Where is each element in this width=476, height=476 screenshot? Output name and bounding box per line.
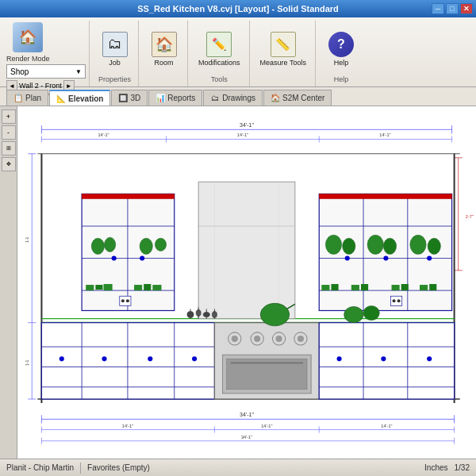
favorites-label: Favorites (Empty)	[87, 463, 150, 472]
left-sidebar: + - ⊞ ✥	[0, 106, 17, 459]
help-button[interactable]: ? Help	[324, 27, 358, 71]
svg-rect-62	[331, 284, 338, 290]
svg-point-54	[427, 256, 432, 261]
svg-point-91	[254, 336, 260, 342]
svg-point-59	[410, 235, 426, 254]
tab-plan[interactable]: 📋 Plan	[6, 90, 48, 106]
svg-point-60	[428, 238, 440, 254]
svg-text:1-1: 1-1	[25, 360, 29, 367]
user-label: Planit - Chip Martin	[6, 463, 74, 472]
svg-text:1-1: 1-1	[25, 236, 29, 243]
svg-text:14'-1": 14'-1"	[122, 424, 133, 428]
svg-point-117	[212, 312, 217, 318]
svg-point-118	[344, 306, 363, 322]
help-group-label: Help	[334, 75, 349, 85]
tab-drawings[interactable]: 🗂 Drawings	[203, 90, 263, 106]
measure-tools-button[interactable]: 📏 Measure Tools	[256, 27, 310, 71]
canvas-area[interactable]: 34'-1" 14'-1" 14'-1" 14'-1" 2-7"	[17, 106, 476, 459]
svg-point-107	[427, 356, 432, 361]
plan-icon: 📋	[13, 94, 23, 103]
svg-point-53	[383, 256, 388, 261]
room-button[interactable]: 🏠 Room	[148, 27, 181, 71]
job-button[interactable]: 🗂 Job	[98, 27, 132, 71]
modifications-button[interactable]: ✏️ Modifications	[194, 27, 244, 71]
svg-point-84	[102, 356, 106, 361]
render-mode-label[interactable]: Render Mode	[6, 55, 50, 63]
svg-text:34'-1": 34'-1"	[240, 412, 255, 418]
tools-label: Tools	[211, 75, 228, 85]
svg-point-83	[60, 356, 64, 361]
svg-point-106	[381, 356, 386, 361]
room-group: 🏠 Room x	[140, 21, 188, 86]
svg-point-58	[383, 238, 396, 254]
svg-point-35	[155, 238, 166, 251]
tab-bar: 📋 Plan 📐 Elevation 🔲 3D 📊 Reports 🗂 Draw…	[0, 87, 476, 106]
svg-point-115	[196, 309, 201, 316]
scale-label: 1/32	[455, 463, 470, 472]
elevation-drawing: 34'-1" 14'-1" 14'-1" 14'-1" 2-7"	[17, 106, 476, 459]
title-bar: SS_Red Kitchen V8.cvj [Layout] - Solid S…	[0, 0, 476, 17]
svg-text:34'-1": 34'-1"	[240, 122, 255, 129]
svg-text:14'-1": 14'-1"	[381, 424, 392, 428]
measure-tools-group: 📏 Measure Tools x	[251, 21, 316, 86]
svg-point-33	[105, 237, 116, 251]
tab-elevation[interactable]: 📐 Elevation	[49, 90, 110, 106]
svg-point-71	[397, 299, 401, 302]
svg-rect-66	[401, 284, 409, 290]
svg-rect-76	[41, 323, 214, 399]
s2m-icon: 🏠	[271, 94, 280, 103]
ribbon: 🏠 Render Mode Shop ▼ ◄ Wall 2 - Front ► …	[0, 17, 476, 87]
title-text: SS_Red Kitchen V8.cvj [Layout] - Solid S…	[137, 4, 339, 13]
tab-3d[interactable]: 🔲 3D	[111, 90, 148, 106]
sidebar-zoom-out[interactable]: -	[2, 125, 16, 140]
svg-text:14'-1": 14'-1"	[98, 132, 109, 137]
svg-point-57	[367, 235, 383, 254]
svg-point-105	[337, 356, 342, 361]
svg-point-29	[112, 256, 117, 261]
svg-rect-61	[321, 285, 329, 290]
drawings-icon: 🗂	[210, 94, 220, 103]
svg-point-32	[91, 238, 104, 254]
reports-icon: 📊	[155, 94, 165, 103]
svg-point-93	[276, 336, 282, 342]
units-label: Inches	[424, 463, 447, 472]
svg-text:14'-1": 14'-1"	[237, 132, 248, 137]
svg-point-56	[343, 238, 355, 254]
svg-text:14'-1": 14'-1"	[379, 132, 390, 137]
svg-text:14'-1": 14'-1"	[261, 424, 272, 428]
status-divider-1	[80, 463, 81, 474]
svg-point-114	[187, 312, 194, 318]
svg-rect-51	[319, 194, 451, 198]
tab-reports[interactable]: 📊 Reports	[148, 90, 202, 106]
sidebar-fit[interactable]: ⊞	[2, 141, 16, 155]
render-icon: 🏠	[13, 22, 43, 52]
shop-area: Shop ▼	[6, 64, 86, 79]
svg-point-95	[298, 336, 304, 342]
svg-rect-31	[82, 194, 175, 198]
svg-point-119	[363, 305, 379, 320]
render-group: 🏠 Render Mode Shop ▼ ◄ Wall 2 - Front ► …	[3, 21, 90, 86]
status-bar: Planit - Chip Martin Favorites (Empty) I…	[0, 459, 476, 476]
svg-text:34'-1": 34'-1"	[241, 435, 252, 440]
svg-text:2-7": 2-7"	[466, 214, 474, 219]
help-group: ? Help Help	[317, 21, 365, 86]
elevation-icon: 📐	[56, 94, 66, 103]
svg-point-70	[393, 299, 396, 302]
window-controls[interactable]: ─ □ ✕	[432, 3, 473, 14]
tab-s2m[interactable]: 🏠 S2M Center	[263, 90, 332, 106]
svg-rect-68	[429, 284, 436, 290]
svg-rect-67	[420, 285, 428, 290]
svg-rect-39	[134, 285, 142, 290]
minimize-button[interactable]: ─	[432, 3, 444, 14]
maximize-button[interactable]: □	[446, 3, 459, 14]
sidebar-zoom-in[interactable]: +	[2, 109, 16, 124]
job-icon: 🗂	[102, 32, 128, 57]
close-button[interactable]: ✕	[460, 3, 473, 14]
sidebar-pan[interactable]: ✥	[2, 157, 16, 171]
room-icon: 🏠	[152, 32, 177, 57]
measure-icon: 📏	[271, 32, 296, 57]
shop-dropdown[interactable]: Shop ▼	[6, 64, 86, 79]
svg-point-89	[232, 336, 238, 342]
svg-point-30	[140, 256, 144, 261]
svg-rect-36	[86, 285, 94, 290]
